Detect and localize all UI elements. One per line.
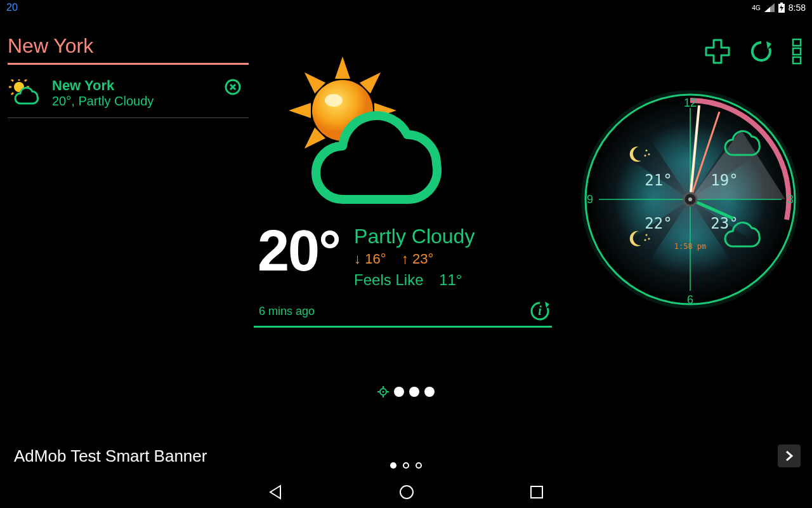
low-temp: 16° <box>365 251 386 267</box>
clock-temp-br: 23° <box>710 215 738 232</box>
current-city-title: New York <box>8 34 249 65</box>
chevron-right-icon <box>784 451 794 461</box>
refresh-icon <box>749 39 774 64</box>
action-toolbar <box>704 38 802 65</box>
delete-location-button[interactable] <box>225 79 241 95</box>
svg-text:3: 3 <box>787 193 794 206</box>
ad-banner-pager <box>390 462 422 469</box>
clock-temp-tr: 19° <box>710 171 738 189</box>
svg-rect-1 <box>780 3 783 4</box>
current-temperature: 20° <box>258 222 340 279</box>
svg-rect-14 <box>793 57 801 64</box>
update-row: 6 mins ago i <box>254 298 552 328</box>
feels-like: Feels Like 11° <box>354 271 475 289</box>
status-right: 4G 8:58 <box>752 3 806 13</box>
condition-label: Partly Cloudy <box>354 225 475 248</box>
svg-point-27 <box>648 154 650 156</box>
svg-rect-12 <box>793 39 801 46</box>
ad-banner[interactable]: AdMob Test Smart Banner <box>0 436 812 476</box>
svg-text:12: 12 <box>684 97 697 109</box>
temperature-readout: 20° Partly Cloudy ↓ 16° ↑ 23° Feels Like… <box>254 222 552 289</box>
signal-icon <box>764 3 775 12</box>
recents-icon <box>529 485 544 500</box>
back-button[interactable] <box>268 484 284 500</box>
ad-dot <box>403 462 409 469</box>
page-dot[interactable] <box>394 387 404 397</box>
location-condition: 20°, Partly Cloudy <box>52 94 154 109</box>
network-label: 4G <box>752 4 760 11</box>
svg-point-26 <box>646 150 648 152</box>
svg-point-36 <box>688 197 692 201</box>
svg-line-6 <box>25 79 27 81</box>
refresh-button[interactable] <box>749 39 774 64</box>
last-updated: 6 mins ago <box>259 305 315 318</box>
main-weather-panel: 20° Partly Cloudy ↓ 16° ↑ 23° Feels Like… <box>254 53 552 328</box>
ad-dot <box>390 462 396 469</box>
page-dot[interactable] <box>424 387 435 397</box>
plus-icon <box>704 38 731 65</box>
svg-line-7 <box>11 79 13 81</box>
svg-point-38 <box>383 391 384 393</box>
menu-dots-icon <box>792 38 802 65</box>
svg-text:9: 9 <box>587 193 593 206</box>
location-name: New York <box>52 77 154 94</box>
status-left-value: 20 <box>6 2 18 13</box>
info-refresh-button[interactable]: i <box>529 300 551 322</box>
android-nav-bar <box>0 476 812 508</box>
add-location-button[interactable] <box>704 38 731 65</box>
back-icon <box>268 484 284 500</box>
home-button[interactable] <box>398 484 415 500</box>
svg-point-43 <box>400 486 413 498</box>
app-content: New York New York 20°, Partly Cloudy <box>0 15 812 476</box>
weather-pager[interactable] <box>377 386 435 398</box>
svg-line-10 <box>11 93 13 95</box>
clock-time-label: 1:58 pm <box>674 242 707 251</box>
svg-point-30 <box>648 238 650 240</box>
close-circle-icon <box>225 79 241 95</box>
weather-detail: Partly Cloudy ↓ 16° ↑ 23° Feels Like 11° <box>354 225 475 289</box>
location-list-item[interactable]: New York 20°, Partly Cloudy <box>8 65 249 118</box>
svg-point-31 <box>645 239 646 241</box>
partly-cloudy-icon <box>8 79 43 107</box>
location-info: New York 20°, Partly Cloudy <box>52 77 154 109</box>
locate-icon <box>377 386 389 398</box>
svg-rect-13 <box>793 48 801 55</box>
feels-like-value: 11° <box>439 271 462 288</box>
svg-rect-44 <box>531 486 542 498</box>
page-dot[interactable] <box>409 387 419 397</box>
clock-temp-tl: 21° <box>645 171 672 189</box>
svg-point-28 <box>645 155 646 157</box>
ad-banner-text: AdMob Test Smart Banner <box>14 446 207 466</box>
ad-next-button[interactable] <box>778 444 801 467</box>
locations-sidebar: New York New York 20°, Partly Cloudy <box>8 34 249 118</box>
home-icon <box>398 484 415 500</box>
clock-temp-bl: 22° <box>645 215 672 232</box>
svg-text:i: i <box>538 304 542 318</box>
recents-button[interactable] <box>529 485 544 500</box>
ad-dot <box>416 462 422 469</box>
menu-button[interactable] <box>792 38 802 65</box>
svg-text:6: 6 <box>687 293 693 306</box>
clock-weather-widget[interactable]: 12 3 6 9 21° 19° 22° 23° 1:58 pm <box>576 85 804 314</box>
clock-svg: 12 3 6 9 21° 19° 22° 23° 1:58 pm <box>576 85 804 314</box>
battery-icon <box>778 3 785 13</box>
android-status-bar: 20 4G 8:58 <box>0 0 812 15</box>
temp-range: ↓ 16° ↑ 23° <box>354 251 475 267</box>
high-temp: 23° <box>412 251 433 267</box>
weather-hero-icon <box>273 53 476 218</box>
info-refresh-icon: i <box>529 300 551 322</box>
status-time: 8:58 <box>789 3 806 13</box>
svg-point-16 <box>325 94 343 107</box>
svg-point-29 <box>646 234 648 236</box>
